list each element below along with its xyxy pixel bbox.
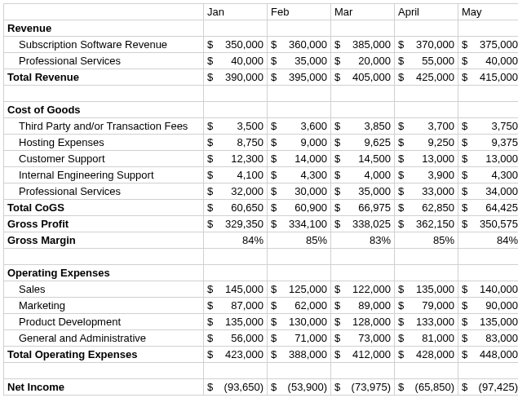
value-cell: $12,300 xyxy=(204,151,268,167)
value-cell: $3,500 xyxy=(204,118,268,135)
table-row: Total Operating Expenses$423,000$388,000… xyxy=(4,347,519,363)
value-cell: $73,000 xyxy=(331,330,395,347)
value-cell: $423,000 xyxy=(204,347,268,363)
value-cell: $135,000 xyxy=(204,314,268,330)
value-cell: $128,000 xyxy=(331,314,395,330)
empty-cell xyxy=(395,86,458,102)
value-cell: 85% xyxy=(395,232,458,249)
row-label: Sales xyxy=(4,281,204,298)
value-cell: $412,000 xyxy=(331,347,395,363)
empty-cell xyxy=(331,86,395,102)
header-month: May xyxy=(458,4,519,20)
value-cell: $415,000 xyxy=(458,69,519,86)
row-label: Subscription Software Revenue xyxy=(4,37,204,53)
financial-table: Jan Feb Mar April May RevenueSubscriptio… xyxy=(3,3,518,396)
table-row: Third Party and/or Transaction Fees$3,50… xyxy=(4,118,519,135)
value-cell: $40,000 xyxy=(458,53,519,69)
value-cell xyxy=(331,102,395,118)
value-cell: $32,000 xyxy=(204,183,268,200)
value-cell: 83% xyxy=(331,232,395,249)
row-label: Marketing xyxy=(4,298,204,314)
row-label: Cost of Goods xyxy=(4,102,204,118)
value-cell: $14,000 xyxy=(268,151,331,167)
value-cell: $375,000 xyxy=(458,37,519,53)
value-cell: $350,000 xyxy=(204,37,268,53)
table-row: Sales$145,000$125,000$122,000$135,000$14… xyxy=(4,281,519,298)
value-cell xyxy=(268,102,331,118)
empty-cell xyxy=(458,249,519,265)
value-cell xyxy=(458,265,519,281)
table-row: Professional Services$32,000$30,000$35,0… xyxy=(4,183,519,200)
value-cell: $33,000 xyxy=(395,183,458,200)
value-cell: $40,000 xyxy=(204,53,268,69)
empty-cell xyxy=(4,86,204,102)
value-cell: 85% xyxy=(268,232,331,249)
table-row: Cost of Goods xyxy=(4,102,519,118)
value-cell: $135,000 xyxy=(395,281,458,298)
table-row xyxy=(4,363,519,379)
empty-cell xyxy=(268,249,331,265)
value-cell: $329,350 xyxy=(204,216,268,232)
value-cell: $(73,975) xyxy=(331,379,395,396)
value-cell: $9,000 xyxy=(268,135,331,151)
row-label: Revenue xyxy=(4,20,204,37)
value-cell: $60,900 xyxy=(268,200,331,216)
row-label: Professional Services xyxy=(4,183,204,200)
empty-cell xyxy=(268,363,331,379)
table-row: Total CoGS$60,650$60,900$66,975$62,850$6… xyxy=(4,200,519,216)
value-cell: $9,625 xyxy=(331,135,395,151)
value-cell: $83,000 xyxy=(458,330,519,347)
value-cell xyxy=(458,102,519,118)
table-row: Professional Services$40,000$35,000$20,0… xyxy=(4,53,519,69)
table-row: Marketing$87,000$62,000$89,000$79,000$90… xyxy=(4,298,519,314)
table-row: Subscription Software Revenue$350,000$36… xyxy=(4,37,519,53)
value-cell: $3,750 xyxy=(458,118,519,135)
table-row: Product Development$135,000$130,000$128,… xyxy=(4,314,519,330)
value-cell: 84% xyxy=(204,232,268,249)
value-cell: $4,100 xyxy=(204,167,268,183)
value-cell: $(65,850) xyxy=(395,379,458,396)
row-label: Total CoGS xyxy=(4,200,204,216)
value-cell: $79,000 xyxy=(395,298,458,314)
value-cell: $4,000 xyxy=(331,167,395,183)
value-cell: $122,000 xyxy=(331,281,395,298)
row-label: Operating Expenses xyxy=(4,265,204,281)
empty-cell xyxy=(204,249,268,265)
value-cell: $3,850 xyxy=(331,118,395,135)
value-cell: $350,575 xyxy=(458,216,519,232)
value-cell: $89,000 xyxy=(331,298,395,314)
empty-cell xyxy=(331,363,395,379)
header-month: Feb xyxy=(268,4,331,20)
value-cell: $87,000 xyxy=(204,298,268,314)
value-cell xyxy=(268,265,331,281)
value-cell: $20,000 xyxy=(331,53,395,69)
value-cell: $133,000 xyxy=(395,314,458,330)
value-cell: $3,700 xyxy=(395,118,458,135)
value-cell xyxy=(331,265,395,281)
row-label: General and Administrative xyxy=(4,330,204,347)
row-label: Third Party and/or Transaction Fees xyxy=(4,118,204,135)
value-cell: $(93,650) xyxy=(204,379,268,396)
value-cell: $71,000 xyxy=(268,330,331,347)
value-cell: $9,375 xyxy=(458,135,519,151)
value-cell: $55,000 xyxy=(395,53,458,69)
value-cell xyxy=(395,265,458,281)
value-cell: $34,000 xyxy=(458,183,519,200)
value-cell: $62,000 xyxy=(268,298,331,314)
table-row xyxy=(4,249,519,265)
value-cell: $81,000 xyxy=(395,330,458,347)
value-cell: $334,100 xyxy=(268,216,331,232)
value-cell: $(53,900) xyxy=(268,379,331,396)
value-cell: $8,750 xyxy=(204,135,268,151)
value-cell: $9,250 xyxy=(395,135,458,151)
value-cell: $62,850 xyxy=(395,200,458,216)
value-cell: $405,000 xyxy=(331,69,395,86)
value-cell: $428,000 xyxy=(395,347,458,363)
header-month: Jan xyxy=(204,4,268,20)
row-label: Professional Services xyxy=(4,53,204,69)
empty-cell xyxy=(204,363,268,379)
value-cell: $130,000 xyxy=(268,314,331,330)
empty-cell xyxy=(4,249,204,265)
empty-cell xyxy=(458,363,519,379)
header-row: Jan Feb Mar April May xyxy=(4,4,519,20)
